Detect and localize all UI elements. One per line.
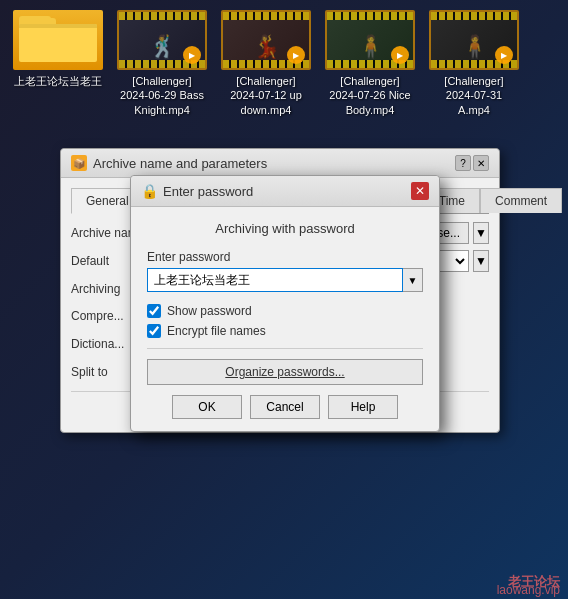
- password-dialog: 🔒 Enter password ✕ Archiving with passwo…: [130, 175, 440, 432]
- watermark-line2: laowang.vip: [497, 583, 568, 599]
- folder-icon[interactable]: 上老王论坛当老王: [8, 10, 108, 88]
- password-ok-button[interactable]: OK: [172, 395, 242, 419]
- video-icon-4[interactable]: 🧍 ▶ [Challenger]2024-07-31A.mp4: [424, 10, 524, 117]
- play-icon-3: ▶: [391, 46, 409, 64]
- play-icon-1: ▶: [183, 46, 201, 64]
- password-dialog-icon: 🔒: [141, 183, 157, 199]
- password-dialog-title: Enter password: [163, 184, 411, 199]
- archive-dialog-question-btn[interactable]: ?: [455, 155, 471, 171]
- play-icon-4: ▶: [495, 46, 513, 64]
- password-separator: [147, 348, 423, 349]
- folder-label: 上老王论坛当老王: [14, 74, 102, 88]
- video-icon-3[interactable]: 🧍 ▶ [Challenger]2024-07-26 NiceBody.mp4: [320, 10, 420, 117]
- tab-comment[interactable]: Comment: [480, 188, 562, 213]
- default-format-dropdown[interactable]: ▼: [473, 250, 489, 272]
- password-bottom-buttons: OK Cancel Help: [147, 395, 423, 419]
- video-label-2: [Challenger]2024-07-12 updown.mp4: [230, 74, 302, 117]
- password-input-row: ▼: [147, 268, 423, 292]
- archive-dialog-icon: 📦: [71, 155, 87, 171]
- video-label-3: [Challenger]2024-07-26 NiceBody.mp4: [329, 74, 410, 117]
- encrypt-filenames-row: Encrypt file names: [147, 324, 423, 338]
- show-password-label: Show password: [167, 304, 252, 318]
- archive-dialog-title: Archive name and parameters: [93, 156, 453, 171]
- organize-passwords-button[interactable]: Organize passwords...: [147, 359, 423, 385]
- watermark-line1: 老王论坛: [0, 573, 568, 591]
- password-dialog-close-btn[interactable]: ✕: [411, 182, 429, 200]
- encrypt-filenames-checkbox[interactable]: [147, 324, 161, 338]
- show-password-checkbox[interactable]: [147, 304, 161, 318]
- show-password-row: Show password: [147, 304, 423, 318]
- password-field-label: Enter password: [147, 250, 423, 264]
- password-dialog-titlebar[interactable]: 🔒 Enter password ✕: [131, 176, 439, 207]
- video-icon-1[interactable]: 🕺 ▶ [Challenger]2024-06-29 BassKnight.mp…: [112, 10, 212, 117]
- password-cancel-button[interactable]: Cancel: [250, 395, 320, 419]
- desktop: 上老王论坛当老王 🕺 ▶ [Challenger]2024-06-29 Bass…: [0, 0, 568, 599]
- password-input[interactable]: [147, 268, 403, 292]
- video-label-4: [Challenger]2024-07-31A.mp4: [444, 74, 503, 117]
- password-dropdown-btn[interactable]: ▼: [403, 268, 423, 292]
- browse-dropdown[interactable]: ▼: [473, 222, 489, 244]
- encrypt-filenames-label: Encrypt file names: [167, 324, 266, 338]
- archive-dialog-close-btn[interactable]: ✕: [473, 155, 489, 171]
- archive-dialog-titlebar[interactable]: 📦 Archive name and parameters ? ✕: [61, 149, 499, 178]
- file-icons-area: 上老王论坛当老王 🕺 ▶ [Challenger]2024-06-29 Bass…: [0, 0, 568, 127]
- password-subtitle: Archiving with password: [147, 221, 423, 236]
- video-label-1: [Challenger]2024-06-29 BassKnight.mp4: [120, 74, 204, 117]
- video-icon-2[interactable]: 💃 ▶ [Challenger]2024-07-12 updown.mp4: [216, 10, 316, 117]
- password-help-button[interactable]: Help: [328, 395, 398, 419]
- play-icon-2: ▶: [287, 46, 305, 64]
